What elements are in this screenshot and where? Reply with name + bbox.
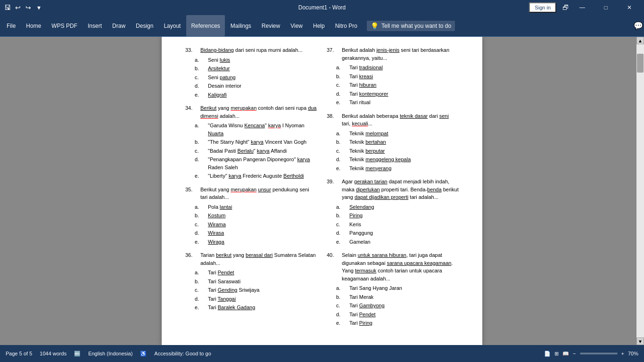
q37-num: 37. [327, 46, 340, 62]
maximize-button[interactable]: □ [595, 0, 617, 15]
question-39: 39. Agar gerakan tarian dapat menjadi le… [327, 178, 459, 246]
comment-icon[interactable]: 💬 [635, 22, 642, 30]
q35-opt-d: d. Wirasa [195, 229, 317, 237]
question-40: 40. Selain untuk sarana hiburan, tari ju… [327, 251, 459, 327]
question-34: 34. Berikut yang merupakan contoh dari s… [185, 104, 317, 180]
restore-down-icon[interactable]: 🗗 [562, 4, 570, 11]
q39-opt-a: a. Selendang [336, 203, 459, 211]
q36-content: Tarian berikut yang berasal dari Sumater… [200, 251, 317, 267]
q37-opt-d: d. Tari kontemporer [336, 90, 459, 98]
zoom-in-button[interactable]: + [621, 351, 624, 356]
q36-opt-a: a. Tari Pendet [195, 269, 317, 277]
q40-opt-e: e. Tari Piring [336, 319, 459, 327]
zoom-slider[interactable] [580, 353, 618, 354]
q38-opt-d: d. Teknik menggeleng kepala [336, 156, 459, 164]
view-layout-icon[interactable]: ⊞ [554, 351, 559, 357]
q38-opt-a: a. Teknik melompat [336, 130, 459, 138]
q37-content: Berikut adalah jenis-jenis seni tari ber… [342, 46, 459, 62]
scroll-thumb[interactable] [637, 54, 644, 73]
tab-home[interactable]: Home [21, 15, 46, 36]
q39-opt-e: e. Gamelan [336, 238, 459, 246]
view-read-icon[interactable]: 📖 [562, 351, 569, 357]
ribbon: File Home WPS PDF Insert Draw Design Lay… [0, 15, 644, 37]
q37-opt-c: c. Tari hiburan [336, 81, 459, 89]
q39-opt-c: c. Keris [336, 221, 459, 229]
close-button[interactable]: ✕ [619, 0, 640, 15]
q40-opt-d: d. Tari Pendet [336, 311, 459, 319]
q33-opt-c: c. Seni patung [195, 74, 317, 82]
q33-opt-e: e. Kaligrafi [195, 91, 317, 99]
status-bar: Page 5 of 5 1044 words 🔤 English (Indone… [0, 345, 644, 362]
q40-content: Selain untuk sarana hiburan, tari juga d… [342, 251, 459, 282]
tab-nitro-pro[interactable]: Nitro Pro [330, 15, 362, 36]
q36-num: 36. [185, 251, 198, 267]
q35-opt-b: b. Kostum [195, 212, 317, 220]
zoom-out-button[interactable]: − [573, 351, 576, 356]
tab-design[interactable]: Design [131, 15, 158, 36]
q39-text: 39. Agar gerakan tarian dapat menjadi le… [327, 178, 459, 201]
minimize-button[interactable]: — [571, 0, 593, 15]
right-column: 37. Berikut adalah jenis-jenis seni tari… [322, 46, 463, 333]
tab-mailings[interactable]: Mailings [226, 15, 256, 36]
document-title: Document1 - Word [298, 4, 346, 11]
undo-icon[interactable]: ↩ [14, 4, 22, 11]
save-icon[interactable]: 🖫 [4, 4, 11, 11]
tab-help[interactable]: Help [308, 15, 330, 36]
tab-layout[interactable]: Layout [159, 15, 185, 36]
title-bar: 🖫 ↩ ↪ ▾ Document1 - Word Sign in 🗗 — □ ✕ [0, 0, 644, 15]
customize-icon[interactable]: ▾ [35, 4, 42, 11]
q34-opt-b: b. "The Starry Night" karya Vincent Van … [195, 138, 317, 146]
question-37: 37. Berikut adalah jenis-jenis seni tari… [327, 46, 459, 107]
status-left: Page 5 of 5 1044 words 🔤 English (Indone… [6, 351, 211, 357]
q38-content: Berikut adalah beberapa teknik dasar dar… [342, 112, 459, 128]
scroll-down-button[interactable]: ▼ [636, 337, 644, 345]
q33-num: 33. [185, 46, 198, 54]
scroll-up-button[interactable]: ▲ [636, 37, 644, 44]
accessibility-status: ♿ [140, 351, 147, 357]
q37-text: 37. Berikut adalah jenis-jenis seni tari… [327, 46, 459, 62]
tell-me-bar[interactable]: 💡 Tell me what you want to do [367, 21, 455, 31]
q37-opt-e: e. Tari ritual [336, 99, 459, 107]
question-38: 38. Berikut adalah beberapa teknik dasar… [327, 112, 459, 173]
q34-content: Berikut yang merupakan contoh dari seni … [200, 104, 317, 120]
tab-view[interactable]: View [286, 15, 307, 36]
question-36: 36. Tarian berikut yang berasal dari Sum… [185, 251, 317, 312]
q39-num: 39. [327, 178, 340, 201]
language-indicator: 🔤 [74, 351, 81, 357]
q33-opt-a: a. Seni lukis [195, 56, 317, 64]
q35-num: 35. [185, 186, 198, 201]
status-right: 📄 ⊞ 📖 − + 70% [544, 351, 638, 357]
tab-wps-pdf[interactable]: WPS PDF [47, 15, 82, 36]
q33-opt-d: d. Desain interior [195, 82, 317, 90]
redo-icon[interactable]: ↪ [25, 4, 32, 11]
accessibility-text: Accessibility: Good to go [154, 351, 211, 356]
language-text: English (Indonesia) [88, 351, 132, 356]
question-33: 33. Bidang-bidang dari seni rupa murni a… [185, 46, 317, 99]
q36-opt-e: e. Tari Baralek Gadang [195, 304, 317, 312]
tab-draw[interactable]: Draw [107, 15, 130, 36]
document-area: 33. Bidang-bidang dari seni rupa murni a… [0, 37, 644, 345]
q35-content: Berikut yang merupakan unsur pendukung s… [200, 186, 317, 201]
q36-text: 36. Tarian berikut yang berasal dari Sum… [185, 251, 317, 267]
q40-opt-b: b. Tari Merak [336, 293, 459, 301]
zoom-level: 70% [628, 351, 638, 356]
question-35: 35. Berikut yang merupakan unsur penduku… [185, 186, 317, 246]
q36-opt-c: c. Tari Gending Sriwijaya [195, 286, 317, 294]
q40-num: 40. [327, 251, 340, 282]
tab-review[interactable]: Review [257, 15, 285, 36]
q36-opt-b: b. Tari Saraswati [195, 278, 317, 286]
vertical-scrollbar[interactable]: ▲ ▼ [636, 37, 644, 345]
q40-opt-a: a. Tari Sang Hyang Jaran [336, 284, 459, 292]
view-normal-icon[interactable]: 📄 [544, 351, 551, 357]
tab-references[interactable]: References [186, 15, 224, 36]
tab-insert[interactable]: Insert [83, 15, 107, 36]
q34-num: 34. [185, 104, 198, 120]
q39-opt-d: d. Panggung [336, 229, 459, 237]
q33-content: Bidang-bidang dari seni rupa murni adala… [200, 46, 302, 54]
tab-file[interactable]: File [2, 15, 20, 36]
q37-opt-a: a. Tari tradisional [336, 64, 459, 72]
q34-opt-d: d. "Penangkapan Pangeran Diponegoro" kar… [195, 156, 317, 171]
q34-opt-c: c. "Badai Pasti Berlalu" karya Affandi [195, 147, 317, 155]
sign-in-button[interactable]: Sign in [529, 2, 556, 13]
scroll-track[interactable] [636, 44, 644, 337]
